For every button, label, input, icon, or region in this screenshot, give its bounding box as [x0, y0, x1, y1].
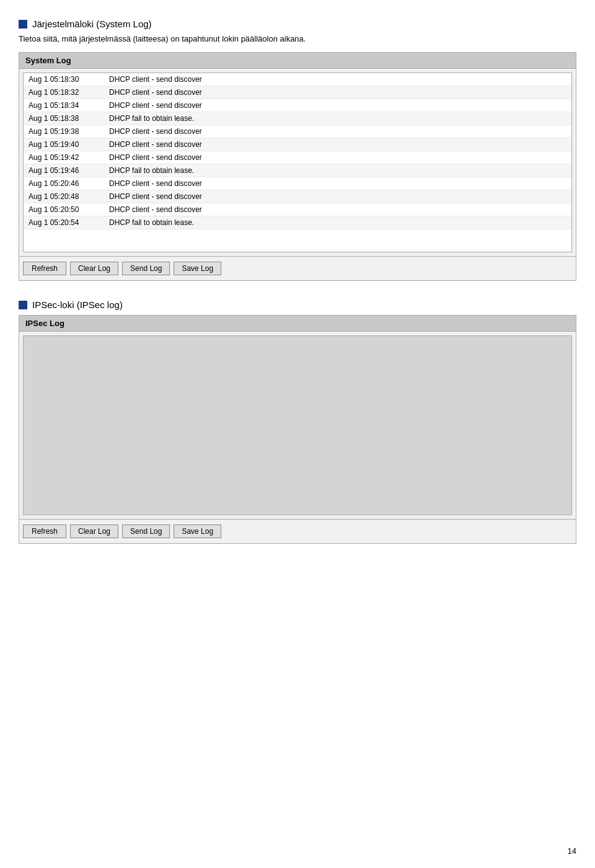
ipsec-log-title-text: IPSec-loki (IPSec log): [32, 299, 123, 310]
log-message: DHCP client - send discover: [104, 86, 571, 99]
table-row: Aug 1 05:20:54DHCP fail to obtain lease.: [24, 216, 571, 229]
system-log-title-text: Järjestelmäloki (System Log): [32, 19, 152, 29]
ipsec-log-refresh-button[interactable]: Refresh: [23, 525, 66, 538]
log-message: DHCP fail to obtain lease.: [104, 216, 571, 229]
log-timestamp: Aug 1 05:20:50: [24, 203, 104, 216]
log-message: DHCP client - send discover: [104, 151, 571, 164]
system-log-panel-header: System Log: [19, 53, 576, 69]
system-log-icon: [19, 20, 27, 29]
system-log-refresh-button[interactable]: Refresh: [23, 262, 66, 275]
table-row: Aug 1 05:18:34DHCP client - send discove…: [24, 99, 571, 112]
log-timestamp: Aug 1 05:20:48: [24, 190, 104, 203]
log-message: DHCP client - send discover: [104, 73, 571, 86]
ipsec-log-section-title: IPSec-loki (IPSec log): [19, 299, 576, 310]
ipsec-log-button-row: Refresh Clear Log Send Log Save Log: [19, 519, 576, 543]
ipsec-log-send-button[interactable]: Send Log: [122, 525, 170, 538]
log-message: DHCP client - send discover: [104, 99, 571, 112]
log-message: DHCP client - send discover: [104, 203, 571, 216]
table-row: Aug 1 05:20:46DHCP client - send discove…: [24, 177, 571, 190]
log-message: DHCP fail to obtain lease.: [104, 164, 571, 177]
table-row: Aug 1 05:18:38DHCP fail to obtain lease.: [24, 112, 571, 125]
log-message: DHCP fail to obtain lease.: [104, 112, 571, 125]
log-timestamp: Aug 1 05:19:46: [24, 164, 104, 177]
system-log-table: Aug 1 05:18:30DHCP client - send discove…: [24, 73, 571, 229]
system-log-description: Tietoa siitä, mitä järjestelmässä (laitt…: [19, 34, 576, 43]
log-message: DHCP client - send discover: [104, 190, 571, 203]
log-timestamp: Aug 1 05:18:34: [24, 99, 104, 112]
ipsec-log-icon: [19, 301, 27, 309]
log-timestamp: Aug 1 05:18:32: [24, 86, 104, 99]
system-log-button-row: Refresh Clear Log Send Log Save Log: [19, 256, 576, 280]
log-message: DHCP client - send discover: [104, 177, 571, 190]
ipsec-log-panel: IPSec Log Refresh Clear Log Send Log Sav…: [19, 315, 576, 544]
log-timestamp: Aug 1 05:20:46: [24, 177, 104, 190]
log-timestamp: Aug 1 05:19:40: [24, 138, 104, 151]
log-timestamp: Aug 1 05:18:30: [24, 73, 104, 86]
log-timestamp: Aug 1 05:19:38: [24, 125, 104, 138]
log-message: DHCP client - send discover: [104, 138, 571, 151]
table-row: Aug 1 05:19:38DHCP client - send discove…: [24, 125, 571, 138]
system-log-clear-button[interactable]: Clear Log: [70, 262, 118, 275]
ipsec-log-panel-header: IPSec Log: [19, 316, 576, 332]
table-row: Aug 1 05:20:50DHCP client - send discove…: [24, 203, 571, 216]
system-log-panel: System Log Aug 1 05:18:30DHCP client - s…: [19, 52, 576, 281]
table-row: Aug 1 05:19:42DHCP client - send discove…: [24, 151, 571, 164]
table-row: Aug 1 05:19:40DHCP client - send discove…: [24, 138, 571, 151]
ipsec-log-content-area: [23, 335, 572, 515]
system-log-send-button[interactable]: Send Log: [122, 262, 170, 275]
log-timestamp: Aug 1 05:18:38: [24, 112, 104, 125]
ipsec-log-save-button[interactable]: Save Log: [174, 525, 221, 538]
log-timestamp: Aug 1 05:20:54: [24, 216, 104, 229]
system-log-save-button[interactable]: Save Log: [174, 262, 221, 275]
system-log-section-title: Järjestelmäloki (System Log): [19, 19, 576, 29]
log-message: DHCP client - send discover: [104, 125, 571, 138]
table-row: Aug 1 05:20:48DHCP client - send discove…: [24, 190, 571, 203]
ipsec-log-clear-button[interactable]: Clear Log: [70, 525, 118, 538]
table-row: Aug 1 05:19:46DHCP fail to obtain lease.: [24, 164, 571, 177]
system-log-table-container[interactable]: Aug 1 05:18:30DHCP client - send discove…: [23, 73, 572, 252]
page-number: 14: [568, 846, 576, 856]
table-row: Aug 1 05:18:30DHCP client - send discove…: [24, 73, 571, 86]
table-row: Aug 1 05:18:32DHCP client - send discove…: [24, 86, 571, 99]
log-timestamp: Aug 1 05:19:42: [24, 151, 104, 164]
